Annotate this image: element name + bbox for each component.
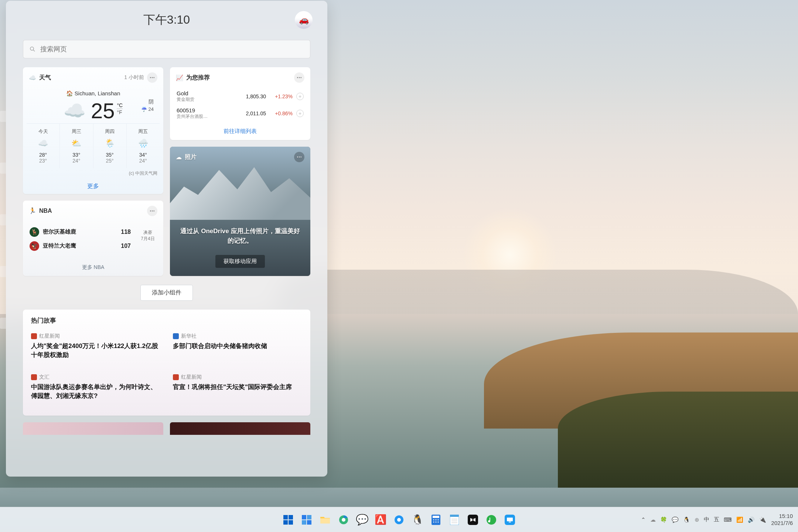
- bucks-logo-icon: 🦌: [30, 227, 39, 237]
- news-item[interactable]: 文汇 中国游泳队奥运参赛名单出炉，为何叶诗文、傅园慧、刘湘无缘东京?: [31, 374, 160, 401]
- watchlist-more-menu[interactable]: ⋯: [294, 72, 304, 83]
- weather-credit: (c) 中国天气网: [23, 168, 163, 179]
- watchlist-row[interactable]: 600519贵州茅台酒股… 2,011.05 +0.86% +: [170, 105, 310, 122]
- news-source-icon: [31, 333, 37, 339]
- svg-rect-16: [433, 516, 439, 518]
- svg-point-14: [397, 518, 401, 522]
- tray-qq-manager-icon[interactable]: 🐧: [683, 516, 690, 523]
- qq-browser-button[interactable]: [391, 512, 407, 528]
- add-widget-button[interactable]: 添加小组件: [140, 285, 193, 301]
- edge-button[interactable]: [336, 512, 351, 528]
- tray-volume-icon[interactable]: 🔊: [748, 516, 755, 523]
- panel-clock: 下午3:10: [16, 12, 317, 28]
- svg-rect-10: [320, 518, 330, 524]
- watchlist-detail-link[interactable]: 前往详细列表: [170, 122, 310, 140]
- watchlist-title: 为您推荐: [186, 74, 210, 82]
- watchlist-add-icon[interactable]: +: [296, 93, 304, 100]
- svg-point-29: [487, 515, 496, 525]
- tray-onedrive-icon[interactable]: ☁: [650, 516, 656, 523]
- tray-power-icon[interactable]: 🔌: [759, 516, 766, 523]
- svg-rect-32: [509, 522, 511, 522]
- photos-title: 照片: [185, 153, 197, 161]
- forecast-day[interactable]: 周四 🌦️ 35° 25°: [93, 124, 126, 168]
- search-placeholder: 搜索网页: [40, 45, 67, 54]
- svg-point-12: [342, 518, 345, 522]
- nba-title: NBA: [39, 208, 52, 214]
- file-explorer-button[interactable]: [317, 512, 333, 528]
- svg-rect-24: [450, 515, 459, 517]
- news-image-cards[interactable]: [23, 422, 310, 435]
- weather-more-link[interactable]: 更多: [23, 179, 163, 194]
- widgets-button[interactable]: [299, 512, 314, 528]
- unit-fahrenheit[interactable]: °F: [117, 109, 123, 116]
- svg-point-18: [436, 519, 437, 520]
- photos-message: 通过从 OneDrive 应用上传照片，重温美好的记忆。: [180, 226, 300, 245]
- news-item[interactable]: 红星新闻 官宣！巩俐将担任"天坛奖"国际评委会主席: [173, 374, 302, 401]
- start-button[interactable]: [280, 512, 296, 528]
- notepad-button[interactable]: [447, 512, 462, 528]
- nba-more-link[interactable]: 更多 NBA: [23, 253, 163, 276]
- weather-widget[interactable]: ☁️ 天气 1 小时前 ⋯ 🏠 Sichuan, Lianshan ☁️ 25 …: [23, 67, 163, 194]
- nba-widget[interactable]: 🏃 NBA ⋯ 🦌 密尔沃基雄鹿 118 4 🦅 亚特兰大老鹰 107: [23, 201, 163, 276]
- svg-rect-28: [468, 515, 478, 525]
- taskbar: 💬 🅰️ 🐧 ⌃ ☁ 🍀 💬 🐧 ⊕ 中 五: [0, 507, 798, 532]
- nba-game-meta: 决赛 7月4日: [137, 229, 159, 242]
- forecast-weather-icon: ⛅: [60, 139, 93, 148]
- nba-more-menu[interactable]: ⋯: [147, 206, 157, 216]
- search-input[interactable]: 搜索网页: [23, 40, 310, 58]
- top-stories-widget[interactable]: 热门故事 红星新闻 人均"奖金"超2400万元！小米122人获1.2亿股十年股权…: [23, 310, 310, 416]
- watchlist-add-icon[interactable]: +: [296, 110, 304, 117]
- widgets-panel: 下午3:10 🚗 搜索网页 ☁️ 天气 1 小时前 ⋯ 🏠 Sichuan, L…: [6, 1, 327, 477]
- hawks-logo-icon: 🦅: [30, 241, 39, 251]
- taskbar-center: 💬 🅰️ 🐧: [280, 512, 518, 528]
- ime-mode[interactable]: 五: [714, 516, 719, 523]
- tray-wifi-icon[interactable]: 📶: [736, 516, 743, 523]
- top-stories-title: 热门故事: [31, 316, 302, 325]
- svg-rect-3: [289, 515, 293, 519]
- forecast-weather-icon: ☁️: [27, 139, 59, 148]
- capcut-button[interactable]: [465, 512, 481, 528]
- svg-point-19: [438, 519, 439, 520]
- taskbar-clock[interactable]: 15:10 2021/7/6: [771, 513, 793, 527]
- weather-current-temp: 25 °C °F: [91, 98, 123, 123]
- weather-cloud-icon: ☁️: [29, 74, 36, 81]
- wechat-button[interactable]: 💬: [354, 512, 370, 528]
- qq-pinyin-button[interactable]: 🅰️: [373, 512, 388, 528]
- photos-widget[interactable]: ☁ 照片 ⋯ 通过从 OneDrive 应用上传照片，重温美好的记忆。 获取移动…: [170, 147, 310, 276]
- forecast-day[interactable]: 今天 ☁️ 28° 23°: [27, 124, 59, 168]
- todesk-button[interactable]: [502, 512, 518, 528]
- tray-security-icon[interactable]: 🍀: [660, 516, 667, 523]
- watchlist-widget[interactable]: 📈 为您推荐 ⋯ Gold黄金期货 1,805.30 +1.23% + 6005…: [170, 67, 310, 140]
- svg-rect-8: [302, 520, 306, 525]
- forecast-day[interactable]: 周五 🌧️ 34° 24°: [126, 124, 160, 168]
- weather-more-menu[interactable]: ⋯: [147, 72, 157, 83]
- unit-celsius[interactable]: °C: [117, 102, 123, 109]
- qq-button[interactable]: 🐧: [410, 512, 425, 528]
- calculator-button[interactable]: [428, 512, 444, 528]
- tray-keyboard-icon[interactable]: ⌨: [724, 516, 732, 523]
- svg-rect-6: [302, 515, 306, 519]
- user-avatar[interactable]: 🚗: [295, 11, 313, 29]
- weather-updated: 1 小时前: [124, 74, 144, 81]
- svg-rect-31: [507, 518, 513, 521]
- search-icon: [29, 46, 36, 52]
- forecast-weather-icon: 🌧️: [127, 139, 160, 148]
- svg-point-0: [30, 47, 34, 50]
- weather-current-icon: ☁️: [64, 100, 86, 121]
- photos-more-menu[interactable]: ⋯: [294, 152, 304, 162]
- tray-unknown-icon[interactable]: ⊕: [695, 516, 699, 523]
- news-item[interactable]: 新华社 多部门联合启动中央储备猪肉收储: [173, 333, 302, 360]
- photos-get-app-button[interactable]: 获取移动应用: [215, 255, 265, 268]
- qq-music-button[interactable]: [484, 512, 499, 528]
- news-source-icon: [173, 374, 179, 380]
- svg-rect-7: [307, 515, 311, 519]
- tray-wechat-icon[interactable]: 💬: [672, 516, 679, 523]
- forecast-day[interactable]: 周三 ⛅ 33° 24°: [59, 124, 93, 168]
- tray-chevron-up-icon[interactable]: ⌃: [641, 516, 646, 523]
- svg-line-1: [33, 50, 35, 51]
- news-source-icon: [31, 374, 37, 380]
- weather-forecast: 今天 ☁️ 28° 23° 周三 ⛅ 33° 24° 周四 🌦️ 35° 25°…: [27, 123, 160, 168]
- ime-language[interactable]: 中: [704, 516, 709, 523]
- news-item[interactable]: 红星新闻 人均"奖金"超2400万元！小米122人获1.2亿股十年股权激励: [31, 333, 160, 360]
- watchlist-row[interactable]: Gold黄金期货 1,805.30 +1.23% +: [170, 88, 310, 105]
